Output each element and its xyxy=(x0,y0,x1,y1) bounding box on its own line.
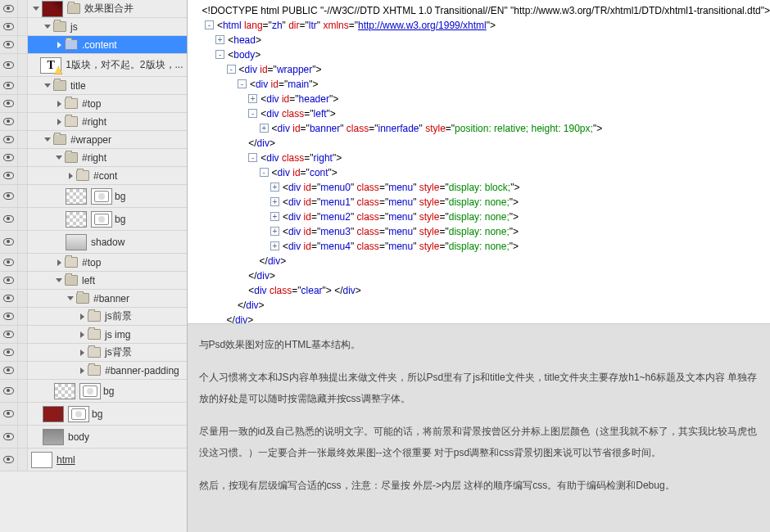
prose-p4: 然后，按现有层级编写合适的css，注意：尽量按 外层->内层 这样的顺序编写cs… xyxy=(199,475,759,496)
twisty-icon[interactable] xyxy=(43,135,52,145)
twisty-icon[interactable] xyxy=(66,294,75,304)
layer-row[interactable]: #wrapper xyxy=(0,131,187,149)
collapse-icon[interactable]: - xyxy=(260,168,269,177)
twisty-icon[interactable] xyxy=(77,312,87,322)
code-line: </div> xyxy=(194,313,770,323)
layer-row[interactable]: bg xyxy=(0,185,187,208)
layer-row[interactable]: html xyxy=(0,449,187,471)
collapse-icon[interactable]: - xyxy=(238,79,247,88)
layer-row[interactable]: title xyxy=(0,77,187,95)
eye-icon xyxy=(3,433,14,440)
collapse-icon[interactable]: - xyxy=(248,109,257,118)
eye-icon xyxy=(3,136,14,143)
layer-row[interactable]: 效果图合并 xyxy=(0,0,187,18)
twisty-icon[interactable] xyxy=(54,276,64,286)
visibility-toggle[interactable] xyxy=(0,54,18,76)
twisty-icon[interactable] xyxy=(77,366,87,376)
link-column xyxy=(18,167,28,184)
visibility-toggle[interactable] xyxy=(0,113,18,130)
visibility-toggle[interactable] xyxy=(0,167,18,184)
layer-row[interactable]: #right xyxy=(0,113,187,131)
visibility-toggle[interactable] xyxy=(0,254,18,271)
visibility-toggle[interactable] xyxy=(0,185,18,207)
twisty-icon[interactable] xyxy=(77,348,87,358)
twisty-icon[interactable] xyxy=(66,171,75,181)
twisty-icon[interactable] xyxy=(43,22,52,32)
link-column xyxy=(18,308,28,325)
twisty-icon[interactable] xyxy=(54,258,64,268)
mask-thumbnail xyxy=(68,406,89,422)
expand-icon[interactable]: + xyxy=(260,124,269,133)
expand-icon[interactable]: + xyxy=(270,197,279,206)
visibility-toggle[interactable] xyxy=(0,272,18,289)
visibility-toggle[interactable] xyxy=(0,18,18,35)
twisty-icon[interactable] xyxy=(54,40,64,50)
layer-row[interactable]: bg xyxy=(0,403,187,426)
layer-row[interactable]: .content xyxy=(0,36,187,54)
layer-row[interactable]: shadow xyxy=(0,231,187,254)
eye-icon xyxy=(3,387,14,394)
layer-row[interactable]: js xyxy=(0,18,187,36)
layer-body: title xyxy=(28,77,187,94)
layer-row[interactable]: js img xyxy=(0,326,187,344)
twisty-icon[interactable] xyxy=(54,117,64,127)
expand-icon[interactable]: + xyxy=(270,227,279,236)
code-line: -<div class="right"> xyxy=(194,151,770,165)
collapse-icon[interactable]: - xyxy=(215,50,224,59)
visibility-toggle[interactable] xyxy=(0,380,18,402)
layer-row[interactable]: #banner xyxy=(0,290,187,308)
layer-name: #right xyxy=(82,152,106,164)
visibility-toggle[interactable] xyxy=(0,231,18,253)
visibility-toggle[interactable] xyxy=(0,0,18,17)
code-line: +<div id="menu2" class="menu" style="dis… xyxy=(194,210,770,224)
visibility-toggle[interactable] xyxy=(0,131,18,148)
layer-row[interactable]: left xyxy=(0,272,187,290)
layer-row[interactable]: T1版块，对不起。2版块，... xyxy=(0,54,187,77)
layer-name: 效果图合并 xyxy=(84,2,134,16)
collapse-icon[interactable]: - xyxy=(227,65,236,74)
code-line: -<div id="wrapper"> xyxy=(194,62,770,77)
twisty-icon[interactable] xyxy=(54,99,64,109)
expand-icon[interactable]: + xyxy=(270,212,279,221)
twisty-icon[interactable] xyxy=(77,330,87,340)
twisty-icon[interactable] xyxy=(31,4,41,14)
layer-row[interactable]: #top xyxy=(0,254,187,272)
layer-row[interactable]: #right xyxy=(0,149,187,167)
collapse-icon[interactable]: - xyxy=(248,153,257,162)
layer-body: body xyxy=(28,426,187,448)
visibility-toggle[interactable] xyxy=(0,326,18,343)
visibility-toggle[interactable] xyxy=(0,290,18,307)
layer-row[interactable]: bg xyxy=(0,208,187,231)
visibility-toggle[interactable] xyxy=(0,95,18,112)
twisty-icon[interactable] xyxy=(43,81,52,91)
visibility-toggle[interactable] xyxy=(0,77,18,94)
code-line: </div> xyxy=(194,268,770,283)
link-column xyxy=(18,149,28,166)
visibility-toggle[interactable] xyxy=(0,208,18,230)
visibility-toggle[interactable] xyxy=(0,344,18,361)
layer-row[interactable]: js前景 xyxy=(0,308,187,326)
layer-thumbnail xyxy=(31,452,52,468)
layer-name: #right xyxy=(82,116,106,128)
visibility-toggle[interactable] xyxy=(0,449,18,471)
expand-icon[interactable]: + xyxy=(270,183,279,192)
visibility-toggle[interactable] xyxy=(0,149,18,166)
visibility-toggle[interactable] xyxy=(0,403,18,425)
expand-icon[interactable]: + xyxy=(270,241,279,250)
collapse-icon[interactable]: - xyxy=(205,20,214,29)
twisty-icon[interactable] xyxy=(54,153,64,163)
code-line: +<head> xyxy=(194,33,770,47)
link-column xyxy=(18,54,28,76)
expand-icon[interactable]: + xyxy=(248,94,257,103)
layer-row[interactable]: js背景 xyxy=(0,344,187,362)
layer-row[interactable]: #top xyxy=(0,95,187,113)
visibility-toggle[interactable] xyxy=(0,426,18,448)
layer-row[interactable]: body xyxy=(0,426,187,449)
layer-row[interactable]: #banner-padding xyxy=(0,362,187,380)
layer-row[interactable]: bg xyxy=(0,380,187,403)
visibility-toggle[interactable] xyxy=(0,36,18,53)
layer-row[interactable]: #cont xyxy=(0,167,187,185)
visibility-toggle[interactable] xyxy=(0,362,18,379)
expand-icon[interactable]: + xyxy=(215,35,224,44)
visibility-toggle[interactable] xyxy=(0,308,18,325)
